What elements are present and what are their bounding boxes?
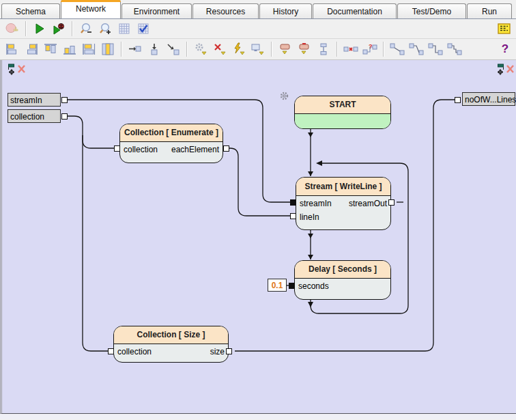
connector-streamin-out[interactable] [61,97,68,103]
node-title: START [295,96,390,114]
log-icon[interactable] [495,20,513,37]
align-center-horizontal-icon[interactable] [99,41,117,57]
node-title: Stream [ WriteLine ] [296,178,390,196]
stop-disabled-icon[interactable] [3,20,21,37]
line-style-orthogonal-icon[interactable] [427,41,444,57]
port-label-streamin: streamIn [300,198,332,209]
line-style-straight-icon[interactable] [388,41,406,57]
wire-collection-size [83,135,108,351]
node-title: Collection [ Enumerate ] [120,124,223,142]
close-icon-right[interactable] [506,63,516,75]
tab-environment[interactable]: Environment [121,3,192,18]
pin-icon[interactable] [6,63,17,75]
wire-eachelement-linein [229,148,290,216]
port-label-linein: lineIn [300,212,319,223]
edit-toolbar: ? ? [0,39,516,60]
run-export-icon[interactable] [230,41,248,57]
toolbar-separator [383,42,384,57]
port-label-collection2: collection [117,346,152,357]
view-export-icon[interactable] [249,41,267,57]
gear-export-icon[interactable] [192,41,210,57]
zoom-in-icon[interactable] [96,20,114,37]
port-label-collection: collection [124,144,158,155]
tab-test-demo[interactable]: Test/Demo [397,3,466,18]
align-bottom-icon[interactable] [61,41,78,57]
node-title: Delay [ Seconds ] [295,261,390,279]
wire-collection-enumerate [68,116,114,148]
connector-enumerate-collection[interactable] [114,145,120,152]
connection-wires [2,60,516,414]
main-toolbar [0,19,516,39]
close-icon[interactable] [17,63,28,75]
align-left-icon[interactable] [3,41,21,57]
external-port-collection[interactable]: collection [8,109,61,123]
validate-icon[interactable] [134,20,152,37]
start-body [295,114,390,129]
tab-documentation[interactable]: Documentation [313,3,397,18]
node-stream-writeline[interactable]: Stream [ WriteLine ] streamIn lineIn str… [296,177,391,230]
toolbar-separator [186,42,188,57]
grid-toggle-icon[interactable] [115,20,133,37]
port-label-eachelement: eachElement [171,144,219,155]
network-canvas[interactable]: streamIn collection noOfW...Lines Collec… [0,60,516,414]
port-label-seconds: seconds [298,281,329,292]
tab-schema[interactable]: Schema [1,3,60,18]
tab-run[interactable]: Run [467,3,512,18]
node-title: Collection [ Size ] [114,326,228,344]
debug-run-icon[interactable] [50,20,68,37]
connector-delay-seconds[interactable] [289,283,295,289]
node-start[interactable]: START [294,96,391,129]
tab-network[interactable]: Network [61,0,121,18]
link-vertical-icon[interactable] [315,41,332,57]
node-collection-size[interactable]: Collection [ Size ] collection size [113,326,229,363]
connector-enumerate-eachelement[interactable] [223,145,229,152]
delete-export-icon[interactable] [211,41,229,57]
connector-noofwlines-in[interactable] [455,97,461,103]
gear-icon[interactable] [279,91,289,101]
toolbar-separator [271,42,272,57]
tab-resources[interactable]: Resources [192,3,259,18]
app-window: Schema Network Environment Resources His… [0,0,516,420]
tab-history[interactable]: History [259,3,312,18]
move-down-into-icon[interactable] [145,41,163,57]
port-label-streamout: streamOut [349,198,387,209]
toolbar-separator [121,42,122,57]
svg-text:?: ? [369,43,373,50]
pin-icon-right[interactable] [495,63,506,75]
line-style-diagonal-icon[interactable] [407,41,425,57]
constant-value-box[interactable]: 0.1 [268,279,287,292]
connector-writeline-streamout[interactable] [388,199,395,206]
connector-collection-out[interactable] [61,113,68,120]
align-right-icon[interactable] [23,41,40,57]
link-unknown-icon[interactable]: ? [361,41,379,57]
run-icon[interactable] [31,20,48,37]
bottom-strip [0,414,516,419]
connector-size-size[interactable] [226,348,232,354]
connector-writeline-linein[interactable] [290,213,296,219]
align-center-vertical-icon[interactable] [80,41,98,57]
help-icon[interactable]: ? [497,41,513,57]
external-port-streamin[interactable]: streamIn [8,93,61,107]
node-insert-icon[interactable] [276,41,294,57]
tab-bar: Schema Network Environment Resources His… [0,0,516,19]
node-remove-icon[interactable] [296,41,313,57]
connector-size-collection[interactable] [108,348,114,354]
node-collection-enumerate[interactable]: Collection [ Enumerate ] collection each… [119,124,223,163]
toolbar-separator [336,42,338,57]
move-into-icon[interactable] [126,41,144,57]
align-top-icon[interactable] [42,41,59,57]
port-label-size: size [210,346,225,357]
toolbar-separator [25,21,27,36]
move-diagonal-into-icon[interactable] [164,41,182,57]
toolbar-separator [72,21,73,36]
external-port-noofwlines[interactable]: noOfW...Lines [462,92,515,106]
node-delay-seconds[interactable]: Delay [ Seconds ] seconds [294,260,391,300]
connector-writeline-streamin[interactable] [290,199,296,206]
line-style-stepped-icon[interactable] [446,41,463,57]
zoom-out-icon[interactable] [77,20,95,37]
unlink-icon[interactable] [342,41,360,57]
